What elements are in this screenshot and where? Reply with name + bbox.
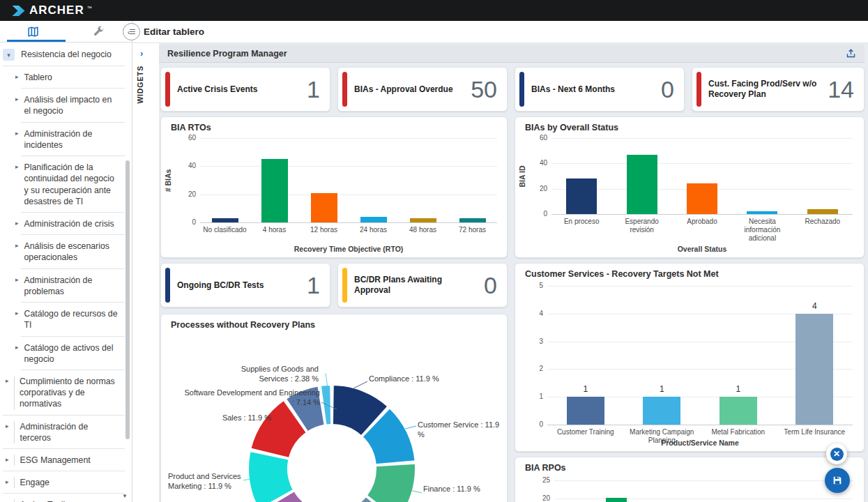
sidebar-item[interactable]: ▸Engage: [0, 471, 132, 494]
bar-necesita-informaci-n-adicional[interactable]: [747, 211, 777, 214]
tab-navigation-map[interactable]: [0, 21, 66, 42]
bar-rechazado[interactable]: [807, 209, 838, 214]
chart-card-customer-services-recovery-targets[interactable]: Customer Services - Recovery Targets Not…: [515, 263, 865, 452]
chevron-right-icon: ▸: [6, 377, 9, 386]
cancel-edit-button[interactable]: ✕: [826, 443, 847, 464]
kpi-card-ongoing-bcdr-tests[interactable]: Ongoing BC/DR Tests 1: [160, 263, 330, 307]
x-axis-tick-label: No clasificado: [200, 226, 250, 234]
kpi-card-bcdr-plans-awaiting-approval[interactable]: BC/DR Plans Awaiting Approval 0: [337, 263, 508, 307]
chart-title: Processes without Recovery Plans: [171, 320, 315, 330]
tab-admin-tools[interactable]: [66, 21, 132, 42]
active-tab-underline: [7, 40, 66, 42]
kpi-accent-bar: [165, 72, 170, 107]
bar-slot: [672, 138, 732, 214]
kpi-card-active-crisis-events[interactable]: Active Crisis Events 1: [160, 67, 330, 112]
sidebar-item[interactable]: ▸Administración de incidentes: [0, 123, 132, 156]
archer-logo[interactable]: ARCHER ™: [11, 3, 92, 17]
bar-4-horas[interactable]: [261, 159, 288, 222]
x-axis-tick-label: Esperando revisión: [611, 218, 671, 243]
kpi-card-bias-next-6-months[interactable]: BIAs - Next 6 Months 0: [515, 67, 685, 112]
chart-title: BIA RPOs: [525, 463, 566, 473]
chart-card-bia-rtos[interactable]: BIA RTOs 0204060No clasificado4 horas12 …: [160, 116, 508, 258]
kpi-label: BIAs - Approval Overdue: [354, 84, 473, 95]
sidebar-item[interactable]: ▸Análisis del impacto en el negocio: [0, 89, 132, 122]
sidebar-item[interactable]: ▸Administración de crisis: [0, 213, 132, 235]
chart-card-bias-by-overall-status[interactable]: BIAs by Overall Status 0204060En proceso…: [515, 116, 865, 258]
donut-slice-label: Supplies of Goods and Services : 2.38 %: [238, 365, 319, 384]
sidebar-item[interactable]: ▸Catálogo de activos del negocio: [0, 337, 132, 370]
widgets-panel-label[interactable]: WIDGETS: [136, 66, 144, 104]
sidebar-scroll-down-arrow[interactable]: ▼: [122, 493, 128, 499]
export-button[interactable]: [846, 48, 856, 59]
bar-value-label: 1: [736, 384, 740, 394]
bar-48-horas[interactable]: [410, 218, 436, 222]
bar-24-horas[interactable]: [360, 217, 387, 222]
x-axis-tick-labels: No clasificado4 horas12 horas24 horas48 …: [200, 226, 497, 234]
dashboard-panel-header: Resilience Program Manager: [159, 45, 865, 63]
sidebar-item[interactable]: ▸Planificación de la continuidad del neg…: [0, 156, 132, 213]
logo-trademark: ™: [87, 6, 92, 10]
sidebar-scrollbar-thumb[interactable]: [125, 160, 130, 439]
bar-12-horas[interactable]: [311, 193, 337, 222]
sidebar-item[interactable]: ▸Cumplimiento de normas corporativas y d…: [0, 370, 132, 416]
sidebar-item-label: Engage: [20, 477, 50, 488]
bar-esperando-revisi-n[interactable]: [627, 155, 657, 214]
chart-card-bia-rpos[interactable]: BIA RPOs 2520: [515, 457, 865, 502]
bar-customer-training[interactable]: 1: [567, 397, 604, 425]
kpi-card-bias-approval-overdue[interactable]: BIAs - Approval Overdue 50: [337, 67, 508, 112]
chevron-right-icon: ▸: [15, 163, 19, 172]
chart-card-processes-without-recovery-plans[interactable]: Processes without Recovery Plans Complia…: [160, 314, 508, 502]
sidebar-item[interactable]: ▸Archer Toolbox: [0, 494, 132, 502]
dashboard-title: Resilience Program Manager: [167, 49, 287, 59]
sidebar-item[interactable]: ▸Administración de problemas: [0, 269, 132, 303]
sidebar-item[interactable]: ▸Análisis de escenarios operacionales: [0, 235, 132, 268]
bar-partial[interactable]: [606, 498, 627, 502]
kpi-value: 1: [307, 76, 320, 103]
chart-title: BIA RTOs: [171, 123, 211, 132]
x-axis-title: Product/Service Name: [547, 439, 853, 447]
collapse-panel-button[interactable]: ‹: [123, 23, 140, 40]
expand-widgets-chevron-icon[interactable]: ›: [140, 48, 143, 59]
chevron-right-icon: ▸: [15, 276, 19, 284]
archer-logo-icon: [11, 5, 26, 17]
bar-slot: 1: [547, 286, 624, 425]
chevron-right-icon: ▸: [15, 310, 19, 318]
sidebar-item-label: Análisis de escenarios operacionales: [24, 241, 121, 263]
x-axis-title: Recovery Time Objective (RTO): [200, 245, 497, 253]
sidebar-item[interactable]: ▸ESG Management: [0, 449, 132, 471]
sidebar-item[interactable]: ▸Administración de terceros: [0, 416, 132, 449]
bar-slot: [448, 138, 497, 222]
chevron-right-icon: ▸: [6, 423, 9, 431]
wrench-icon: [93, 26, 105, 38]
plot-area: [200, 138, 497, 222]
gridline: [554, 499, 853, 499]
chevron-down-icon[interactable]: ▾: [3, 49, 15, 61]
bar-en-proceso[interactable]: [566, 178, 597, 214]
bar-metal-fabrication[interactable]: 1: [719, 397, 757, 425]
bar-slot: [299, 138, 349, 222]
bar-marketing-campaign-planning[interactable]: 1: [643, 397, 680, 425]
bar-72-horas[interactable]: [459, 218, 486, 222]
bar-term-life-insurance[interactable]: 4: [795, 314, 833, 425]
chevron-right-icon: ▸: [6, 456, 9, 464]
bar-aprobado[interactable]: [687, 183, 717, 214]
kpi-value: 14: [828, 76, 854, 103]
y-axis-tick-label: 2: [517, 365, 543, 372]
sidebar-item[interactable]: ▸Tablero: [0, 66, 132, 89]
y-axis-tick-label: 60: [169, 134, 196, 142]
kpi-value: 0: [484, 272, 497, 299]
widgets-panel-collapsed: › WIDGETS: [132, 43, 159, 502]
donut-slice-label: Customer Service : 11.9 %: [418, 420, 507, 440]
donut-slice-label: Sales : 11.9 %: [201, 413, 271, 423]
kpi-accent-bar: [696, 72, 701, 107]
x-axis-tick-label: Aprobado: [672, 218, 732, 243]
kpi-card-cust-facing-no-recovery-plan[interactable]: Cust. Facing Prod/Serv w/o Recovery Plan…: [692, 67, 865, 112]
donut-slice-2[interactable]: [367, 464, 416, 502]
sidebar-item[interactable]: ▸Catálogo de recursos de TI: [0, 303, 132, 336]
kpi-label: BC/DR Plans Awaiting Approval: [354, 275, 473, 296]
x-axis-tick-label: 24 horas: [349, 226, 398, 234]
save-dashboard-button[interactable]: [825, 468, 850, 493]
x-axis-tick-label: 4 horas: [250, 226, 299, 234]
bar-no-clasificado[interactable]: [212, 218, 238, 222]
sidebar-item[interactable]: ▾Resistencia del negocio: [0, 43, 132, 66]
